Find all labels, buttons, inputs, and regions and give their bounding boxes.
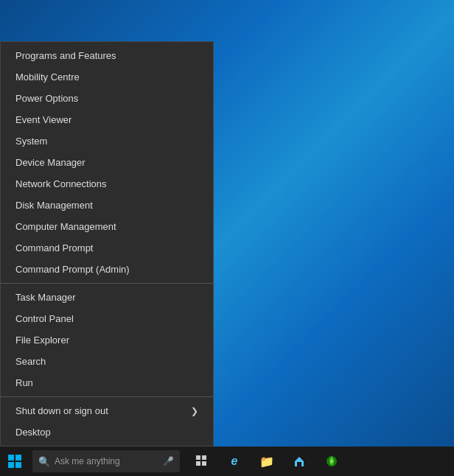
menu-divider-2 — [1, 396, 213, 397]
menu-item-disk-management[interactable]: Disk Management — [1, 195, 213, 216]
menu-item-computer-management[interactable]: Computer Management — [1, 216, 213, 237]
menu-item-file-explorer[interactable]: File Explorer — [1, 329, 213, 351]
menu-item-event-viewer[interactable]: Event Viewer — [1, 109, 213, 130]
task-view-button[interactable] — [187, 447, 217, 476]
menu-item-task-manager[interactable]: Task Manager — [1, 287, 213, 308]
chevron-right-icon: ❯ — [191, 406, 198, 416]
taskbar: 🔍 Ask me anything 🎤 e 📁 — [0, 447, 454, 476]
edge-icon: e — [231, 455, 238, 468]
menu-item-desktop[interactable]: Desktop — [1, 421, 213, 443]
menu-item-network-connections[interactable]: Network Connections — [1, 173, 213, 195]
svg-marker-9 — [295, 457, 304, 461]
edge-button[interactable]: e — [220, 447, 249, 476]
taskbar-icons: e 📁 — [187, 447, 346, 476]
svg-rect-7 — [202, 461, 206, 466]
menu-item-control-panel[interactable]: Control Panel — [1, 308, 213, 329]
menu-item-programs-features[interactable]: Programs and Features — [1, 45, 213, 66]
svg-rect-0 — [8, 455, 14, 461]
svg-rect-3 — [15, 462, 21, 468]
start-button[interactable] — [0, 447, 29, 476]
xbox-icon — [326, 455, 338, 467]
desktop: Programs and Features Mobility Centre Po… — [0, 0, 454, 476]
menu-item-search[interactable]: Search — [1, 351, 213, 372]
microphone-icon: 🎤 — [163, 456, 174, 466]
svg-rect-1 — [15, 455, 21, 461]
menu-divider-1 — [1, 283, 213, 284]
menu-item-mobility-centre[interactable]: Mobility Centre — [1, 66, 213, 88]
taskbar-search-bar[interactable]: 🔍 Ask me anything 🎤 — [32, 450, 180, 472]
svg-rect-4 — [196, 455, 200, 460]
menu-item-run[interactable]: Run — [1, 372, 213, 393]
menu-item-command-prompt-admin[interactable]: Command Prompt (Admin) — [1, 259, 213, 280]
menu-item-shut-down-sign-out[interactable]: Shut down or sign out ❯ — [1, 400, 213, 421]
svg-point-12 — [330, 460, 333, 463]
search-placeholder: Ask me anything — [55, 456, 120, 466]
task-view-icon — [196, 455, 208, 467]
menu-item-power-options[interactable]: Power Options — [1, 88, 213, 109]
file-explorer-button[interactable]: 📁 — [252, 447, 282, 476]
menu-item-command-prompt[interactable]: Command Prompt — [1, 237, 213, 259]
svg-rect-2 — [8, 462, 14, 468]
search-icon: 🔍 — [38, 456, 50, 467]
menu-item-device-manager[interactable]: Device Manager — [1, 152, 213, 173]
menu-item-system[interactable]: System — [1, 130, 213, 152]
store-button[interactable] — [284, 447, 314, 476]
file-explorer-icon: 📁 — [259, 455, 274, 469]
xbox-button[interactable] — [317, 447, 346, 476]
context-menu: Programs and Features Mobility Centre Po… — [0, 41, 214, 447]
svg-rect-10 — [297, 462, 301, 466]
svg-rect-6 — [196, 461, 200, 466]
store-icon — [293, 455, 305, 467]
svg-rect-5 — [202, 455, 206, 460]
windows-icon — [8, 455, 21, 468]
